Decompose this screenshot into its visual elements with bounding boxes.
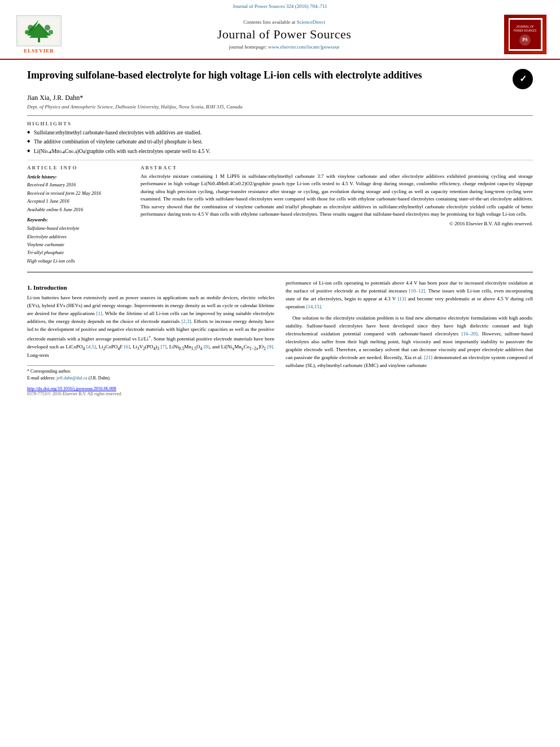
elsevier-brand-text: ELSEVIER	[24, 48, 54, 54]
crossmark-badge: ✓	[513, 69, 533, 89]
footnote-area: * Corresponding author. E-mail address: …	[27, 365, 274, 382]
available-date: Available online 6 June 2016	[27, 206, 132, 213]
article-info-label: ARTICLE INFO	[27, 165, 132, 171]
highlights-label: HIGHLIGHTS	[27, 121, 533, 126]
right-para-1: performance of Li-ion cells operating to…	[286, 279, 533, 311]
svg-text:POWER SOURCES: POWER SOURCES	[514, 29, 537, 32]
svg-text:JOURNAL OF: JOURNAL OF	[516, 25, 533, 28]
content-area: Improving sulfolane-based electrolyte fo…	[0, 60, 560, 402]
doi-anchor[interactable]: http://dx.doi.org/10.1016/j.jpowsour.201…	[27, 386, 116, 391]
abstract-label: ABSTRACT	[141, 165, 533, 171]
section1-heading: 1. Introduction	[27, 284, 274, 291]
elsevier-logo: ELSEVIER	[14, 15, 64, 54]
email-link[interactable]: jeff.dahn@dal.ca	[56, 375, 88, 381]
svg-point-7	[25, 30, 29, 34]
keywords-label: Keywords:	[27, 217, 132, 222]
elsevier-tree-image	[16, 15, 62, 46]
svg-text:✓: ✓	[519, 74, 527, 84]
body-left-col: 1. Introduction Li-ion batteries have be…	[27, 279, 274, 396]
highlight-item-2: The additive combination of vinylene car…	[27, 138, 533, 146]
keyword-4: Tri-allyl phosphate	[27, 248, 132, 256]
intro-para-1: Li-ion batteries have been extensively u…	[27, 294, 274, 360]
right-para-2: One solution to the electrolyte oxidatio…	[286, 314, 533, 370]
article-info-abstract: ARTICLE INFO Article history: Received 8…	[27, 165, 533, 265]
journal-homepage: journal homepage: www.elsevier.com/locat…	[64, 44, 504, 50]
article-history: Article history: Received 8 January 2016…	[27, 173, 132, 213]
abstract-copyright: © 2016 Elsevier B.V. All rights reserved…	[141, 221, 533, 226]
sciencedirect-link[interactable]: ScienceDirect	[297, 19, 325, 25]
keyword-5: High voltage Li-ion cells	[27, 257, 132, 265]
banner-text: Journal of Power Sources 324 (2016) 704–…	[233, 3, 327, 9]
journal-thumbnail: JOURNAL OF POWER SOURCES PS	[504, 15, 546, 54]
journal-homepage-link[interactable]: www.elsevier.com/locate/jpowsour	[268, 44, 339, 50]
accepted-date: Accepted 1 June 2016	[27, 197, 132, 205]
highlight-item-3: Li(Ni₀.₄Mn₀.₄Co₀.₂)O₂/graphite cells wit…	[27, 148, 533, 155]
keyword-2: Electrolyte additives	[27, 233, 132, 241]
footer-links: http://dx.doi.org/10.1016/j.jpowsour.201…	[27, 386, 274, 396]
svg-point-6	[45, 25, 50, 30]
authors-text: Jian Xia, J.R. Dahn*	[27, 94, 83, 102]
doi-link: http://dx.doi.org/10.1016/j.jpowsour.201…	[27, 386, 274, 391]
keywords-section: Keywords: Sulfolane-based electrolyte El…	[27, 217, 132, 265]
journal-header: ELSEVIER Contents lists available at Sci…	[0, 10, 560, 60]
authors: Jian Xia, J.R. Dahn*	[27, 94, 533, 102]
article-title: Improving sulfolane-based electrolyte fo…	[27, 69, 513, 82]
affiliation: Dept. of Physics and Atmospheric Science…	[27, 104, 533, 110]
svg-point-5	[28, 25, 33, 30]
svg-point-8	[49, 30, 53, 34]
footnote-corresponding-text: * Corresponding author.	[27, 369, 71, 374]
highlights-section: HIGHLIGHTS Sulfolane:ethylmethyl carbona…	[27, 121, 533, 155]
received-date: Received 8 January 2016	[27, 181, 132, 189]
title-divider	[27, 115, 533, 116]
main-divider	[27, 272, 533, 273]
footnote-corresponding: * Corresponding author.	[27, 368, 274, 375]
history-label: Article history:	[27, 173, 132, 181]
revised-date: Received in revised form 22 May 2016	[27, 189, 132, 197]
journal-title: Journal of Power Sources	[64, 27, 504, 42]
body-two-col: 1. Introduction Li-ion batteries have be…	[27, 279, 533, 396]
keyword-3: Vinylene carbonate	[27, 241, 132, 248]
journal-center: Contents lists available at ScienceDirec…	[64, 19, 504, 50]
section1-text: Li-ion batteries have been extensively u…	[27, 294, 274, 360]
abstract-col: ABSTRACT An electrolyte mixture containi…	[141, 165, 533, 265]
article-info-col: ARTICLE INFO Article history: Received 8…	[27, 165, 132, 265]
body-right-col: performance of Li-ion cells operating to…	[286, 279, 533, 396]
article-title-section: Improving sulfolane-based electrolyte fo…	[27, 65, 533, 89]
svg-text:PS: PS	[522, 37, 528, 42]
journal-citation: Journal of Power Sources 324 (2016) 704–…	[0, 0, 560, 10]
highlights-divider	[27, 160, 533, 160]
section1-right-text: performance of Li-ion cells operating to…	[286, 279, 533, 369]
contents-line: Contents lists available at ScienceDirec…	[64, 19, 504, 25]
footnote-email: E-mail address: jeff.dahn@dal.ca (J.R. D…	[27, 375, 274, 382]
footer-copyright: 0378-7753/© 2016 Elsevier B.V. All right…	[27, 391, 274, 396]
keyword-1: Sulfolane-based electrolyte	[27, 224, 132, 232]
abstract-text: An electrolyte mixture containing 1 M Li…	[141, 173, 533, 219]
highlight-item-1: Sulfolane:ethylmethyl carbonate-based el…	[27, 129, 533, 137]
